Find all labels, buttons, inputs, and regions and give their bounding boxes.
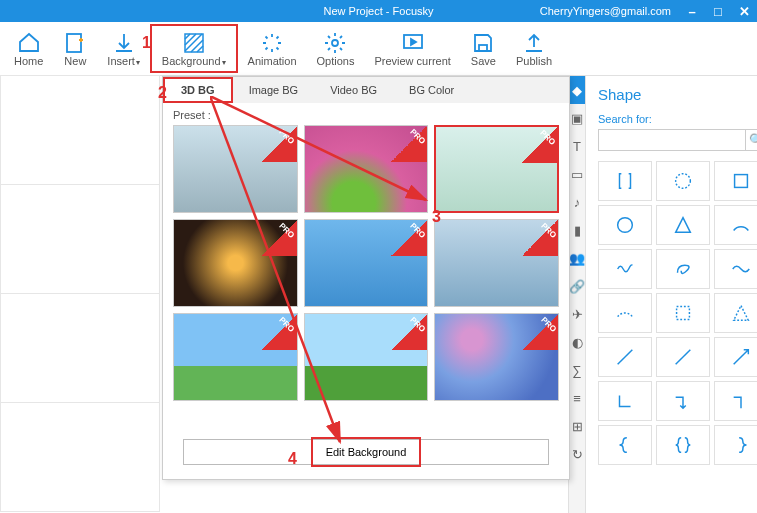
preset-thumb[interactable]: PRO <box>434 219 559 307</box>
new-icon <box>63 31 87 55</box>
slide-list <box>0 76 160 513</box>
bg-tabs: 3D BG Image BG Video BG BG Color <box>163 77 569 103</box>
shape-curl[interactable] <box>656 249 710 289</box>
shape-dashed-tri[interactable] <box>714 293 757 333</box>
shape-triangle[interactable] <box>656 205 710 245</box>
role-tool-icon[interactable]: 👥 <box>569 244 585 272</box>
svg-rect-8 <box>677 307 690 320</box>
shape-dashed-arc[interactable] <box>598 293 652 333</box>
svg-point-7 <box>618 218 633 233</box>
home-icon <box>17 31 41 55</box>
save-button[interactable]: Save <box>461 24 506 73</box>
pro-badge: PRO <box>261 314 297 350</box>
titlebar: New Project - Focusky CherryYingers@gmai… <box>0 0 757 22</box>
search-label: Search for: <box>598 113 757 125</box>
shape-dashed-circle[interactable] <box>656 161 710 201</box>
slide-thumb[interactable] <box>0 402 160 512</box>
tab-video-bg[interactable]: Video BG <box>314 77 393 103</box>
shape-brace-r[interactable] <box>714 425 757 465</box>
music-tool-icon[interactable]: ♪ <box>569 188 585 216</box>
misc2-tool-icon[interactable]: ⊞ <box>569 412 585 440</box>
edit-background-button[interactable]: Edit Background <box>183 439 549 465</box>
shape-bracket[interactable] <box>598 161 652 201</box>
insert-button[interactable]: Insert▾ <box>97 24 150 73</box>
preset-thumb[interactable]: PRO <box>304 219 429 307</box>
preset-thumb[interactable]: PRO <box>304 313 429 401</box>
image-tool-icon[interactable]: ▣ <box>569 104 585 132</box>
preset-thumb[interactable]: PRO <box>173 219 298 307</box>
side-toolstrip: ◆ ▣ T ▭ ♪ ▮ 👥 🔗 ✈ ◐ ∑ ≡ ⊞ ↻ <box>568 76 586 513</box>
main-toolbar: Home New Insert▾ Background▾ Animation O… <box>0 22 757 76</box>
shape-circle[interactable] <box>598 205 652 245</box>
close-button[interactable]: ✕ <box>731 0 757 22</box>
pro-badge: PRO <box>391 220 427 256</box>
search-icon[interactable]: 🔍 <box>746 129 757 151</box>
home-button[interactable]: Home <box>4 24 53 73</box>
pro-badge: PRO <box>391 126 427 162</box>
flash-tool-icon[interactable]: ◐ <box>569 328 585 356</box>
preset-thumb[interactable]: PRO <box>304 125 429 213</box>
maximize-button[interactable]: □ <box>705 0 731 22</box>
shape-elbow2[interactable] <box>714 381 757 421</box>
shape-elbow[interactable] <box>656 381 710 421</box>
shape-brace-l[interactable] <box>598 425 652 465</box>
slide-thumb[interactable] <box>0 184 160 294</box>
shape-square[interactable] <box>714 161 757 201</box>
account-email[interactable]: CherryYingers@gmail.com <box>540 5 671 17</box>
play-icon <box>401 31 425 55</box>
pro-badge: PRO <box>261 126 297 162</box>
shape-tool-icon[interactable]: ◆ <box>569 76 585 104</box>
chart-tool-icon[interactable]: ▮ <box>569 216 585 244</box>
preview-button[interactable]: Preview current <box>364 24 460 73</box>
tab-bg-color[interactable]: BG Color <box>393 77 470 103</box>
shape-arrow[interactable] <box>714 337 757 377</box>
background-popup: 3D BG Image BG Video BG BG Color Preset … <box>162 76 570 480</box>
link-tool-icon[interactable]: 🔗 <box>569 272 585 300</box>
shape-corner-l[interactable] <box>598 381 652 421</box>
preset-thumb[interactable]: PRO <box>173 313 298 401</box>
pro-badge: PRO <box>391 314 427 350</box>
svg-rect-4 <box>479 45 487 51</box>
misc-tool-icon[interactable]: ≡ <box>569 384 585 412</box>
pro-badge: PRO <box>522 314 558 350</box>
shape-dashed-rect[interactable] <box>656 293 710 333</box>
shape-brace-c[interactable] <box>656 425 710 465</box>
background-button[interactable]: Background▾ <box>150 24 238 73</box>
preset-label: Preset : <box>163 103 569 125</box>
shape-line2[interactable] <box>656 337 710 377</box>
chevron-down-icon: ▾ <box>136 58 140 67</box>
text-tool-icon[interactable]: T <box>569 132 585 160</box>
tab-3d-bg[interactable]: 3D BG <box>163 77 233 103</box>
shape-arc[interactable] <box>714 205 757 245</box>
pro-badge: PRO <box>261 220 297 256</box>
shape-squiggle[interactable] <box>598 249 652 289</box>
minimize-button[interactable]: – <box>679 0 705 22</box>
animation-button[interactable]: Animation <box>238 24 307 73</box>
preset-thumb[interactable]: PRO <box>173 125 298 213</box>
svg-rect-0 <box>67 34 81 52</box>
new-button[interactable]: New <box>53 24 97 73</box>
save-icon <box>471 31 495 55</box>
shape-line[interactable] <box>598 337 652 377</box>
send-tool-icon[interactable]: ✈ <box>569 300 585 328</box>
shape-wave[interactable] <box>714 249 757 289</box>
options-button[interactable]: Options <box>307 24 365 73</box>
search-input[interactable] <box>598 129 746 151</box>
svg-point-2 <box>332 40 338 46</box>
tab-image-bg[interactable]: Image BG <box>233 77 315 103</box>
chevron-down-icon: ▾ <box>222 58 226 67</box>
panel-title: Shape <box>598 86 757 103</box>
svg-point-5 <box>676 174 691 189</box>
publish-button[interactable]: Publish <box>506 24 562 73</box>
svg-rect-6 <box>735 175 748 188</box>
preset-thumb[interactable]: PRO <box>434 313 559 401</box>
slide-thumb[interactable] <box>0 293 160 403</box>
animation-icon <box>260 31 284 55</box>
slide-thumb[interactable] <box>0 75 160 185</box>
formula-tool-icon[interactable]: ∑ <box>569 356 585 384</box>
pro-badge: PRO <box>522 220 558 256</box>
preset-thumb-selected[interactable]: PRO <box>434 125 559 213</box>
video-tool-icon[interactable]: ▭ <box>569 160 585 188</box>
refresh-tool-icon[interactable]: ↻ <box>569 440 585 468</box>
pro-badge: PRO <box>521 127 557 163</box>
